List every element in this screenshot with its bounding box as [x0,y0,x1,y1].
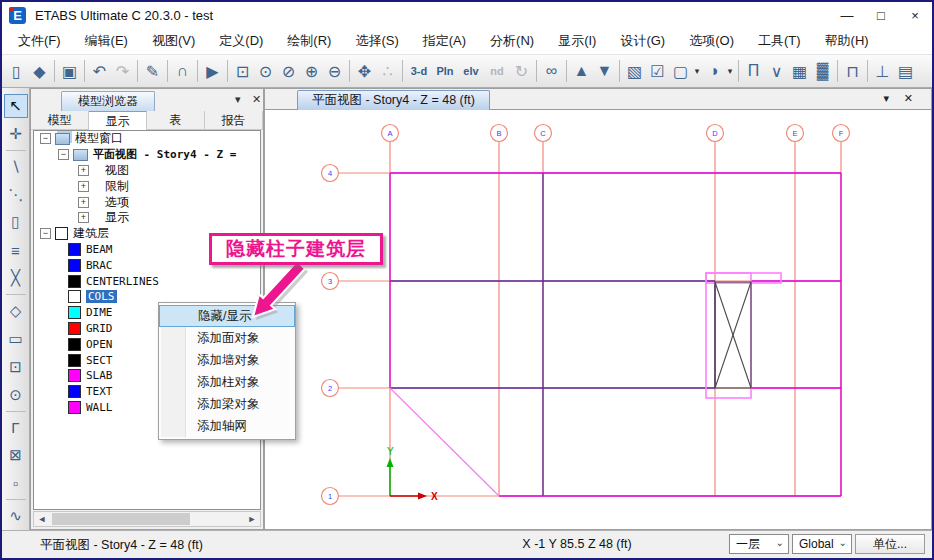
tree-label[interactable]: 限制 [105,178,129,195]
expander-icon[interactable] [40,133,51,144]
shading-dropdown-icon[interactable]: ▾ [725,59,735,83]
frame-section-icon[interactable]: Π [742,59,765,83]
layer-row-centerlines[interactable]: CENTERLINES [34,273,260,289]
deck-section-icon[interactable]: ▦ [788,59,811,83]
select-all-icon[interactable]: ☑ [646,59,669,83]
panel-menu-chevron-icon[interactable]: ▾ [235,93,241,106]
tree-label[interactable]: 平面视图 - Story4 - Z = [93,147,236,162]
support-assign-icon[interactable]: ⊥ [871,59,894,83]
draw-line-icon[interactable]: ∖ [4,155,28,179]
layer-label[interactable]: OPEN [86,338,113,351]
zoom-out-icon[interactable]: ⊖ [323,59,346,83]
open-model-icon[interactable]: ◆ [28,59,51,83]
restore-full-view-icon[interactable]: ⊙ [254,59,277,83]
draw-link-icon[interactable]: ∿ [4,504,28,528]
menu-item-add-grid[interactable]: 添加轴网 [159,415,295,437]
menu-select[interactable]: 选择(S) [343,32,410,50]
panel-close-icon[interactable]: ✕ [252,93,261,106]
quick-draw-column-icon[interactable]: ▯ [4,211,28,235]
wall-section-icon[interactable]: ▓ [811,59,834,83]
tree-node-options[interactable]: 选项 [34,194,260,210]
expander-icon[interactable] [78,212,89,223]
quick-draw-wall-icon[interactable]: ⊠ [4,444,28,468]
pen-icon[interactable]: ✎ [141,59,164,83]
menu-item-add-beam[interactable]: 添加梁对象 [159,393,295,415]
joint-assign-icon[interactable]: ∨ [765,59,788,83]
tree-node-limits[interactable]: 限制 [34,178,260,194]
menu-item-add-wall[interactable]: 添加墙对象 [159,349,295,371]
tree-node-plan-view[interactable]: 平面视图 - Story4 - Z = [34,147,260,163]
new-model-icon[interactable]: ▯ [5,59,28,83]
menu-edit[interactable]: 编辑(E) [73,32,140,50]
pan-icon[interactable]: ✥ [353,59,376,83]
frame-dimension-icon[interactable]: ⊓ [841,59,864,83]
view-close-icon[interactable]: ✕ [904,92,913,105]
draw-rect-area-icon[interactable]: ▭ [4,327,28,351]
save-model-icon[interactable]: ▣ [58,59,81,83]
draw-poly-area-icon[interactable]: ◇ [4,299,28,323]
expander-icon[interactable] [78,181,89,192]
maximize-button[interactable]: □ [864,3,898,27]
plan-view-tab[interactable]: 平面视图 - Story4 - Z = 48 (ft) [297,90,490,110]
tree-label[interactable]: 视图 [105,162,129,179]
3d-view-icon[interactable]: 3-d [406,59,432,83]
cube-dropdown-icon[interactable]: ▾ [692,59,702,83]
select-pointer-icon[interactable]: ↖ [4,94,28,118]
layer-label[interactable]: BEAM [86,243,113,256]
menu-view[interactable]: 视图(V) [140,32,207,50]
menu-item-add-area[interactable]: 添加面对象 [159,327,295,349]
tree-horizontal-scrollbar[interactable]: ◄ ► [33,511,261,527]
tree-node-display[interactable]: 显示 [34,210,260,226]
plan-view-icon[interactable]: Pln [432,59,458,83]
shrink-objects-icon[interactable]: ▧ [623,59,646,83]
shade-loads-icon[interactable]: ▤ [894,59,917,83]
menu-define[interactable]: 定义(D) [207,32,275,50]
layer-label[interactable]: TEXT [86,385,113,398]
menu-draw[interactable]: 绘制(R) [275,32,343,50]
scrollbar-thumb[interactable] [52,513,190,525]
rubber-band-zoom-icon[interactable]: ⊡ [231,59,254,83]
view-menu-chevron-icon[interactable]: ▾ [883,92,889,105]
menu-tools[interactable]: 工具(T) [746,32,813,50]
quick-draw-line-icon[interactable]: ⋱ [4,183,28,207]
layer-label[interactable]: WALL [86,401,113,414]
run-analysis-icon[interactable]: ▶ [201,59,224,83]
minimize-button[interactable]: — [830,3,864,27]
reshape-object-icon[interactable]: ✛ [4,122,28,146]
menu-item-add-column[interactable]: 添加柱对象 [159,371,295,393]
quick-draw-brace-icon[interactable]: ╳ [4,266,28,290]
previous-zoom-icon[interactable]: ⊘ [277,59,300,83]
layer-label[interactable]: SLAB [86,369,113,382]
quick-draw-point-area-icon[interactable]: ⊙ [4,383,28,407]
tree-node-views[interactable]: 视图 [34,163,260,179]
tab-tables[interactable]: 表 [147,111,205,129]
scroll-left-icon[interactable]: ◄ [34,512,50,526]
menu-file[interactable]: 文件(F) [6,32,73,50]
redo-icon[interactable]: ↷ [111,59,134,83]
tab-model[interactable]: 模型 [31,111,89,129]
elevation-view-icon[interactable]: elv [458,59,484,83]
expander-icon[interactable] [78,197,89,208]
menu-assign[interactable]: 指定(A) [411,32,478,50]
undo-icon[interactable]: ↶ [88,59,111,83]
units-button[interactable]: 单位... [855,534,925,554]
move-story-down-icon[interactable]: ▼ [593,59,616,83]
layer-label[interactable]: DIME [86,306,113,319]
layers-checkbox[interactable] [55,227,68,240]
plan-canvas[interactable]: A B C D E F 4 3 2 1 Y [265,110,931,529]
tree-label[interactable]: 选项 [105,194,129,211]
tab-reports[interactable]: 报告 [205,111,263,129]
layer-label[interactable]: SECT [86,354,113,367]
layer-label[interactable]: BRAC [86,259,113,272]
object-cube-icon[interactable]: ▢ [669,59,692,83]
expander-icon[interactable] [40,228,51,239]
csys-selector[interactable]: Global [792,534,852,554]
lock-icon[interactable]: ∩ [171,59,194,83]
layer-label[interactable]: CENTERLINES [86,275,159,288]
scroll-right-icon[interactable]: ► [244,512,260,526]
tab-display[interactable]: 显示 [89,111,147,130]
menu-options[interactable]: 选项(O) [677,32,746,50]
story-selector[interactable]: 一层 [729,534,789,554]
menu-design[interactable]: 设计(G) [608,32,677,50]
move-story-up-icon[interactable]: ▲ [570,59,593,83]
